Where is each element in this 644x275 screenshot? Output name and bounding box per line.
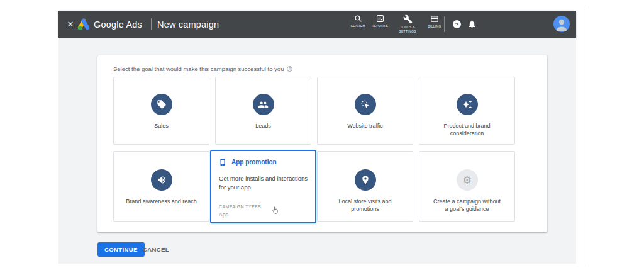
goal-card-app-promotion-selected[interactable]: App promotion Get more installs and inte…	[210, 150, 316, 223]
app-bar: ✕ Google Ads New campaign SEARCH REPORTS	[58, 11, 576, 38]
map-pin-icon	[355, 169, 376, 191]
hand-cursor-icon	[272, 206, 278, 214]
header-divider	[151, 18, 152, 30]
tools-settings-label: TOOLS & SETTINGS	[397, 25, 418, 34]
sparkle-icon	[457, 94, 478, 115]
goal-prompt: Select the goal that would make this cam…	[113, 65, 292, 72]
goal-card-no-goal-guidance[interactable]: ⚙ Create a campaign without a goal's gui…	[419, 151, 515, 222]
google-ads-logo-icon	[77, 18, 91, 31]
selected-goal-title: App promotion	[231, 159, 277, 166]
billing-label: BILLING	[428, 25, 441, 29]
reports-button[interactable]: REPORTS	[367, 14, 393, 28]
goal-prompt-text: Select the goal that would make this cam…	[113, 65, 284, 72]
goal-card-website-traffic[interactable]: Website traffic	[317, 77, 413, 145]
goal-card-leads[interactable]: Leads	[215, 77, 311, 145]
notifications-bell-icon[interactable]	[467, 20, 477, 29]
tools-settings-button[interactable]: TOOLS & SETTINGS	[394, 14, 421, 34]
credit-card-icon	[430, 14, 439, 23]
goal-label: Product and brand consideration	[419, 122, 514, 137]
goal-card-brand-awareness[interactable]: Brand awareness and reach	[113, 151, 209, 222]
continue-button[interactable]: CONTINUE	[97, 242, 145, 257]
wrench-icon	[403, 14, 413, 24]
goal-label: Sales	[145, 122, 177, 130]
search-label: SEARCH	[351, 24, 365, 28]
person-icon	[553, 16, 570, 32]
campaign-types-label: CAMPAIGN TYPES	[219, 205, 261, 209]
goal-label: Create a campaign without a goal's guida…	[419, 198, 514, 213]
account-avatar[interactable]	[553, 16, 570, 32]
goal-label: Local store visits and promotions	[318, 198, 413, 213]
people-icon	[253, 94, 274, 115]
brand-name: Google Ads	[94, 11, 142, 38]
speaker-icon	[151, 169, 172, 191]
smartphone-icon	[219, 157, 226, 167]
help-icon: ?	[455, 21, 459, 28]
cancel-button[interactable]: CANCEL	[140, 242, 172, 257]
goal-label: Leads	[247, 122, 280, 130]
screen: ✕ Google Ads New campaign SEARCH REPORTS	[0, 0, 644, 275]
close-icon[interactable]: ✕	[65, 11, 76, 38]
reports-label: REPORTS	[372, 24, 388, 28]
goal-card-product-brand-consideration[interactable]: Product and brand consideration	[419, 77, 515, 145]
campaign-types-value: App	[219, 211, 228, 218]
tag-icon	[151, 94, 172, 115]
viewport-edge-line	[584, 6, 584, 264]
goal-card-local-store-visits[interactable]: Local store visits and promotions	[317, 151, 413, 222]
selected-goal-description: Get more installs and interactions for y…	[219, 174, 308, 192]
info-icon[interactable]: ?	[287, 66, 292, 72]
click-icon	[355, 94, 376, 115]
goal-label: Website traffic	[338, 122, 392, 130]
goal-card-sales[interactable]: Sales	[113, 77, 209, 145]
search-icon	[354, 14, 362, 23]
header-divider	[444, 16, 445, 32]
help-button[interactable]: ?	[453, 20, 461, 28]
goal-label: Brand awareness and reach	[117, 198, 206, 205]
gear-icon: ⚙	[457, 169, 478, 191]
reports-icon	[376, 14, 384, 23]
page-title: New campaign	[157, 11, 219, 38]
